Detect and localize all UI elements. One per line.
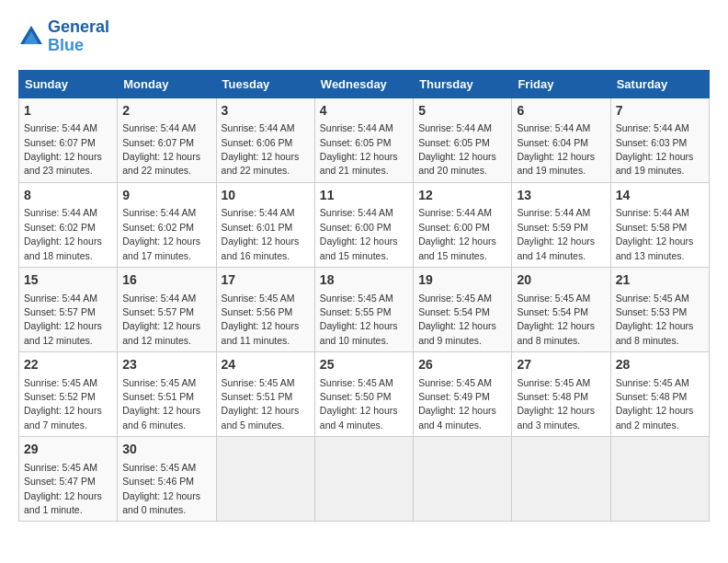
day-info: Sunrise: 5:44 AMSunset: 6:04 PMDaylight:…: [517, 122, 595, 176]
day-number: 19: [418, 271, 506, 290]
day-cell: 3 Sunrise: 5:44 AMSunset: 6:06 PMDayligh…: [216, 98, 314, 182]
day-number: 27: [517, 356, 605, 374]
day-number: 24: [222, 356, 310, 374]
day-number: 5: [418, 102, 506, 121]
day-info: Sunrise: 5:44 AMSunset: 6:00 PMDaylight:…: [320, 207, 398, 260]
day-number: 7: [616, 102, 704, 121]
day-number: 3: [222, 102, 310, 121]
day-info: Sunrise: 5:45 AMSunset: 5:51 PMDaylight:…: [222, 377, 300, 431]
day-number: 11: [320, 187, 408, 205]
logo-text: General Blue: [48, 18, 109, 55]
day-number: 26: [418, 356, 506, 374]
day-cell: [414, 437, 512, 522]
week-row-5: 29 Sunrise: 5:45 AMSunset: 5:47 PMDaylig…: [19, 437, 710, 522]
day-number: 1: [24, 102, 112, 121]
day-number: 2: [122, 102, 210, 121]
day-cell: 26 Sunrise: 5:45 AMSunset: 5:49 PMDaylig…: [414, 352, 512, 437]
day-cell: 14 Sunrise: 5:44 AMSunset: 5:58 PMDaylig…: [610, 182, 709, 267]
day-number: 22: [24, 356, 112, 374]
logo: General Blue: [18, 18, 109, 55]
header-wednesday: Wednesday: [314, 70, 413, 98]
day-cell: 10 Sunrise: 5:44 AMSunset: 6:01 PMDaylig…: [216, 182, 314, 267]
day-cell: 6 Sunrise: 5:44 AMSunset: 6:04 PMDayligh…: [512, 98, 610, 182]
header-monday: Monday: [118, 70, 216, 98]
day-cell: 28 Sunrise: 5:45 AMSunset: 5:48 PMDaylig…: [610, 352, 709, 437]
week-row-1: 1 Sunrise: 5:44 AMSunset: 6:07 PMDayligh…: [19, 98, 710, 182]
day-info: Sunrise: 5:44 AMSunset: 6:07 PMDaylight:…: [122, 122, 200, 176]
page-header: General Blue: [18, 18, 710, 55]
day-number: 17: [222, 271, 310, 290]
day-info: Sunrise: 5:44 AMSunset: 5:57 PMDaylight:…: [24, 293, 102, 346]
day-info: Sunrise: 5:45 AMSunset: 5:53 PMDaylight:…: [616, 293, 694, 346]
day-number: 18: [320, 271, 408, 290]
day-cell: 2 Sunrise: 5:44 AMSunset: 6:07 PMDayligh…: [118, 98, 216, 182]
day-info: Sunrise: 5:44 AMSunset: 5:58 PMDaylight:…: [616, 207, 694, 260]
day-info: Sunrise: 5:45 AMSunset: 5:48 PMDaylight:…: [616, 377, 694, 431]
day-number: 4: [320, 102, 408, 121]
day-number: 28: [616, 356, 704, 374]
day-number: 29: [24, 441, 112, 459]
day-info: Sunrise: 5:45 AMSunset: 5:48 PMDaylight:…: [517, 377, 595, 431]
day-number: 12: [418, 187, 506, 205]
day-number: 9: [122, 187, 210, 205]
day-number: 8: [24, 187, 112, 205]
day-cell: [216, 437, 314, 522]
day-cell: 4 Sunrise: 5:44 AMSunset: 6:05 PMDayligh…: [314, 98, 413, 182]
day-info: Sunrise: 5:45 AMSunset: 5:46 PMDaylight:…: [122, 462, 200, 515]
header-saturday: Saturday: [610, 70, 709, 98]
day-number: 16: [122, 271, 210, 290]
day-info: Sunrise: 5:44 AMSunset: 5:59 PMDaylight:…: [517, 207, 595, 260]
header-friday: Friday: [512, 70, 610, 98]
calendar-table: SundayMondayTuesdayWednesdayThursdayFrid…: [18, 70, 710, 523]
day-cell: 5 Sunrise: 5:44 AMSunset: 6:05 PMDayligh…: [414, 98, 512, 182]
day-cell: 17 Sunrise: 5:45 AMSunset: 5:56 PMDaylig…: [216, 267, 314, 351]
day-info: Sunrise: 5:44 AMSunset: 5:57 PMDaylight:…: [122, 293, 200, 346]
week-row-4: 22 Sunrise: 5:45 AMSunset: 5:52 PMDaylig…: [19, 352, 710, 437]
day-number: 6: [517, 102, 605, 121]
day-info: Sunrise: 5:44 AMSunset: 6:06 PMDaylight:…: [222, 122, 300, 176]
day-info: Sunrise: 5:44 AMSunset: 6:02 PMDaylight:…: [122, 207, 200, 260]
day-info: Sunrise: 5:45 AMSunset: 5:50 PMDaylight:…: [320, 377, 398, 431]
day-cell: 23 Sunrise: 5:45 AMSunset: 5:51 PMDaylig…: [118, 352, 216, 437]
logo-icon: [18, 24, 44, 50]
day-cell: 12 Sunrise: 5:44 AMSunset: 6:00 PMDaylig…: [414, 182, 512, 267]
day-cell: [610, 437, 709, 522]
day-cell: 25 Sunrise: 5:45 AMSunset: 5:50 PMDaylig…: [314, 352, 413, 437]
day-cell: 22 Sunrise: 5:45 AMSunset: 5:52 PMDaylig…: [19, 352, 118, 437]
day-cell: 15 Sunrise: 5:44 AMSunset: 5:57 PMDaylig…: [19, 267, 118, 351]
day-info: Sunrise: 5:45 AMSunset: 5:47 PMDaylight:…: [24, 462, 102, 515]
day-info: Sunrise: 5:45 AMSunset: 5:56 PMDaylight:…: [222, 293, 300, 346]
day-cell: 18 Sunrise: 5:45 AMSunset: 5:55 PMDaylig…: [314, 267, 413, 351]
day-number: 13: [517, 187, 605, 205]
day-cell: 8 Sunrise: 5:44 AMSunset: 6:02 PMDayligh…: [19, 182, 118, 267]
day-number: 25: [320, 356, 408, 374]
day-cell: 27 Sunrise: 5:45 AMSunset: 5:48 PMDaylig…: [512, 352, 610, 437]
day-cell: 20 Sunrise: 5:45 AMSunset: 5:54 PMDaylig…: [512, 267, 610, 351]
day-info: Sunrise: 5:44 AMSunset: 6:01 PMDaylight:…: [222, 207, 300, 260]
day-cell: 16 Sunrise: 5:44 AMSunset: 5:57 PMDaylig…: [118, 267, 216, 351]
day-number: 21: [616, 271, 704, 290]
day-number: 23: [122, 356, 210, 374]
day-info: Sunrise: 5:45 AMSunset: 5:52 PMDaylight:…: [24, 377, 102, 431]
day-info: Sunrise: 5:44 AMSunset: 6:05 PMDaylight:…: [320, 122, 398, 176]
day-number: 14: [616, 187, 704, 205]
day-cell: 11 Sunrise: 5:44 AMSunset: 6:00 PMDaylig…: [314, 182, 413, 267]
day-info: Sunrise: 5:45 AMSunset: 5:51 PMDaylight:…: [122, 377, 200, 431]
day-info: Sunrise: 5:45 AMSunset: 5:54 PMDaylight:…: [517, 293, 595, 346]
day-info: Sunrise: 5:44 AMSunset: 6:02 PMDaylight:…: [24, 207, 102, 260]
week-row-2: 8 Sunrise: 5:44 AMSunset: 6:02 PMDayligh…: [19, 182, 710, 267]
header-thursday: Thursday: [414, 70, 512, 98]
header-sunday: Sunday: [19, 70, 118, 98]
day-number: 10: [222, 187, 310, 205]
day-info: Sunrise: 5:44 AMSunset: 6:00 PMDaylight:…: [418, 207, 496, 260]
day-number: 20: [517, 271, 605, 290]
day-info: Sunrise: 5:45 AMSunset: 5:49 PMDaylight:…: [418, 377, 496, 431]
day-cell: [512, 437, 610, 522]
day-cell: 21 Sunrise: 5:45 AMSunset: 5:53 PMDaylig…: [610, 267, 709, 351]
day-cell: 7 Sunrise: 5:44 AMSunset: 6:03 PMDayligh…: [610, 98, 709, 182]
day-cell: 1 Sunrise: 5:44 AMSunset: 6:07 PMDayligh…: [19, 98, 118, 182]
day-number: 30: [122, 441, 210, 459]
day-cell: 24 Sunrise: 5:45 AMSunset: 5:51 PMDaylig…: [216, 352, 314, 437]
day-info: Sunrise: 5:44 AMSunset: 6:03 PMDaylight:…: [616, 122, 694, 176]
day-number: 15: [24, 271, 112, 290]
